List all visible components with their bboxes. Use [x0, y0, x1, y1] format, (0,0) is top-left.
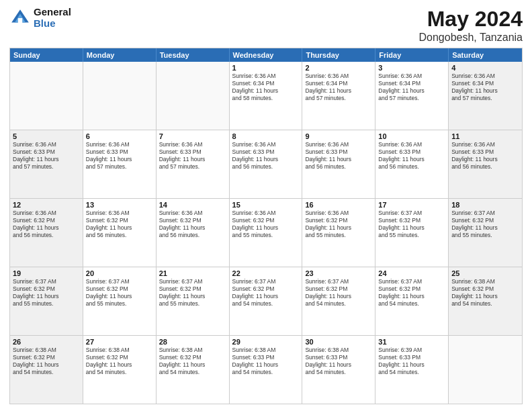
calendar: Sunday Monday Tuesday Wednesday Thursday… — [9, 48, 523, 404]
day-number: 12 — [13, 201, 80, 209]
day-info: Sunrise: 6:39 AM Sunset: 6:33 PM Dayligh… — [378, 347, 445, 376]
logo-blue-text: Blue — [34, 18, 71, 30]
day-number: 6 — [86, 132, 153, 140]
header: General Blue May 2024 Dongobesh, Tanzani… — [9, 7, 523, 44]
cal-cell-w2-d1: 5Sunrise: 6:36 AM Sunset: 6:33 PM Daylig… — [10, 130, 83, 198]
day-number: 15 — [232, 201, 300, 209]
cal-cell-w5-d3: 28Sunrise: 6:38 AM Sunset: 6:32 PM Dayli… — [157, 336, 230, 404]
day-number: 18 — [451, 201, 519, 209]
cal-cell-w1-d5: 2Sunrise: 6:36 AM Sunset: 6:34 PM Daylig… — [302, 62, 375, 130]
day-number: 14 — [159, 201, 226, 209]
day-number: 22 — [232, 269, 300, 277]
cal-cell-w3-d1: 12Sunrise: 6:36 AM Sunset: 6:32 PM Dayli… — [10, 199, 83, 267]
header-friday: Friday — [375, 48, 449, 62]
cal-cell-w5-d7 — [449, 336, 522, 404]
day-info: Sunrise: 6:36 AM Sunset: 6:32 PM Dayligh… — [159, 210, 226, 239]
day-number: 26 — [13, 338, 80, 346]
week-row-2: 5Sunrise: 6:36 AM Sunset: 6:33 PM Daylig… — [10, 130, 522, 198]
day-number: 1 — [232, 64, 300, 72]
day-info: Sunrise: 6:36 AM Sunset: 6:33 PM Dayligh… — [451, 141, 519, 171]
day-number: 5 — [13, 132, 80, 140]
day-info: Sunrise: 6:38 AM Sunset: 6:32 PM Dayligh… — [86, 347, 153, 376]
cal-cell-w5-d5: 30Sunrise: 6:38 AM Sunset: 6:33 PM Dayli… — [302, 336, 375, 404]
day-info: Sunrise: 6:37 AM Sunset: 6:32 PM Dayligh… — [232, 278, 300, 308]
day-info: Sunrise: 6:36 AM Sunset: 6:32 PM Dayligh… — [13, 210, 80, 239]
day-number: 24 — [378, 269, 445, 277]
week-row-4: 19Sunrise: 6:37 AM Sunset: 6:32 PM Dayli… — [10, 267, 522, 335]
day-info: Sunrise: 6:36 AM Sunset: 6:33 PM Dayligh… — [232, 141, 300, 171]
title-area: May 2024 Dongobesh, Tanzania — [419, 7, 523, 44]
cal-cell-w2-d4: 8Sunrise: 6:36 AM Sunset: 6:33 PM Daylig… — [230, 130, 303, 198]
header-monday: Monday — [83, 48, 157, 62]
week-row-3: 12Sunrise: 6:36 AM Sunset: 6:32 PM Dayli… — [10, 198, 522, 267]
logo-general-text: General — [34, 7, 71, 18]
header-thursday: Thursday — [302, 48, 375, 62]
day-number: 31 — [378, 338, 445, 346]
cal-cell-w5-d2: 27Sunrise: 6:38 AM Sunset: 6:32 PM Dayli… — [83, 336, 157, 404]
day-info: Sunrise: 6:36 AM Sunset: 6:34 PM Dayligh… — [451, 73, 519, 102]
day-info: Sunrise: 6:36 AM Sunset: 6:34 PM Dayligh… — [378, 73, 445, 102]
day-info: Sunrise: 6:36 AM Sunset: 6:34 PM Dayligh… — [232, 73, 300, 102]
day-number: 29 — [232, 338, 300, 346]
cal-cell-w4-d3: 21Sunrise: 6:37 AM Sunset: 6:32 PM Dayli… — [157, 267, 230, 335]
cal-cell-w2-d3: 7Sunrise: 6:36 AM Sunset: 6:33 PM Daylig… — [157, 130, 230, 198]
location: Dongobesh, Tanzania — [419, 32, 523, 44]
cal-cell-w1-d4: 1Sunrise: 6:36 AM Sunset: 6:34 PM Daylig… — [230, 62, 303, 130]
cal-cell-w1-d1 — [10, 62, 83, 130]
day-number: 21 — [159, 269, 226, 277]
logo: General Blue — [9, 7, 71, 29]
day-info: Sunrise: 6:36 AM Sunset: 6:32 PM Dayligh… — [232, 210, 300, 239]
cal-cell-w2-d7: 11Sunrise: 6:36 AM Sunset: 6:33 PM Dayli… — [449, 130, 522, 198]
week-row-1: 1Sunrise: 6:36 AM Sunset: 6:34 PM Daylig… — [10, 62, 522, 130]
day-number: 19 — [13, 269, 80, 277]
day-info: Sunrise: 6:37 AM Sunset: 6:32 PM Dayligh… — [305, 278, 372, 308]
day-info: Sunrise: 6:36 AM Sunset: 6:32 PM Dayligh… — [86, 210, 153, 239]
cal-cell-w3-d4: 15Sunrise: 6:36 AM Sunset: 6:32 PM Dayli… — [230, 199, 303, 267]
day-info: Sunrise: 6:38 AM Sunset: 6:32 PM Dayligh… — [451, 278, 519, 308]
day-info: Sunrise: 6:38 AM Sunset: 6:33 PM Dayligh… — [232, 347, 300, 376]
day-number: 23 — [305, 269, 372, 277]
svg-rect-2 — [18, 18, 22, 24]
cal-cell-w1-d6: 3Sunrise: 6:36 AM Sunset: 6:34 PM Daylig… — [375, 62, 449, 130]
header-sunday: Sunday — [10, 48, 83, 62]
cal-cell-w2-d6: 10Sunrise: 6:36 AM Sunset: 6:33 PM Dayli… — [375, 130, 449, 198]
day-info: Sunrise: 6:36 AM Sunset: 6:33 PM Dayligh… — [86, 141, 153, 171]
day-info: Sunrise: 6:36 AM Sunset: 6:32 PM Dayligh… — [305, 210, 372, 239]
day-number: 27 — [86, 338, 153, 346]
day-number: 10 — [378, 132, 445, 140]
cal-cell-w4-d1: 19Sunrise: 6:37 AM Sunset: 6:32 PM Dayli… — [10, 267, 83, 335]
day-number: 25 — [451, 269, 519, 277]
day-number: 20 — [86, 269, 153, 277]
day-info: Sunrise: 6:36 AM Sunset: 6:33 PM Dayligh… — [378, 141, 445, 171]
day-number: 9 — [305, 132, 372, 140]
cal-cell-w1-d2 — [83, 62, 157, 130]
day-info: Sunrise: 6:38 AM Sunset: 6:33 PM Dayligh… — [305, 347, 372, 376]
day-number: 2 — [305, 64, 372, 72]
day-number: 30 — [305, 338, 372, 346]
header-tuesday: Tuesday — [157, 48, 230, 62]
day-number: 11 — [451, 132, 519, 140]
cal-cell-w3-d5: 16Sunrise: 6:36 AM Sunset: 6:32 PM Dayli… — [302, 199, 375, 267]
day-info: Sunrise: 6:36 AM Sunset: 6:34 PM Dayligh… — [305, 73, 372, 102]
cal-cell-w4-d4: 22Sunrise: 6:37 AM Sunset: 6:32 PM Dayli… — [230, 267, 303, 335]
day-number: 13 — [86, 201, 153, 209]
cal-cell-w5-d1: 26Sunrise: 6:38 AM Sunset: 6:32 PM Dayli… — [10, 336, 83, 404]
day-number: 16 — [305, 201, 372, 209]
cal-cell-w1-d3 — [157, 62, 230, 130]
cal-cell-w3-d3: 14Sunrise: 6:36 AM Sunset: 6:32 PM Dayli… — [157, 199, 230, 267]
cal-cell-w5-d4: 29Sunrise: 6:38 AM Sunset: 6:33 PM Dayli… — [230, 336, 303, 404]
logo-text: General Blue — [34, 7, 71, 29]
day-info: Sunrise: 6:38 AM Sunset: 6:32 PM Dayligh… — [13, 347, 80, 376]
cal-cell-w2-d2: 6Sunrise: 6:36 AM Sunset: 6:33 PM Daylig… — [83, 130, 157, 198]
day-number: 8 — [232, 132, 300, 140]
cal-cell-w4-d5: 23Sunrise: 6:37 AM Sunset: 6:32 PM Dayli… — [302, 267, 375, 335]
cal-cell-w4-d7: 25Sunrise: 6:38 AM Sunset: 6:32 PM Dayli… — [449, 267, 522, 335]
day-number: 3 — [378, 64, 445, 72]
day-info: Sunrise: 6:37 AM Sunset: 6:32 PM Dayligh… — [451, 210, 519, 239]
day-info: Sunrise: 6:36 AM Sunset: 6:33 PM Dayligh… — [305, 141, 372, 171]
header-wednesday: Wednesday — [230, 48, 303, 62]
day-number: 4 — [451, 64, 519, 72]
day-info: Sunrise: 6:37 AM Sunset: 6:32 PM Dayligh… — [13, 278, 80, 308]
day-info: Sunrise: 6:37 AM Sunset: 6:32 PM Dayligh… — [378, 278, 445, 308]
header-saturday: Saturday — [449, 48, 522, 62]
